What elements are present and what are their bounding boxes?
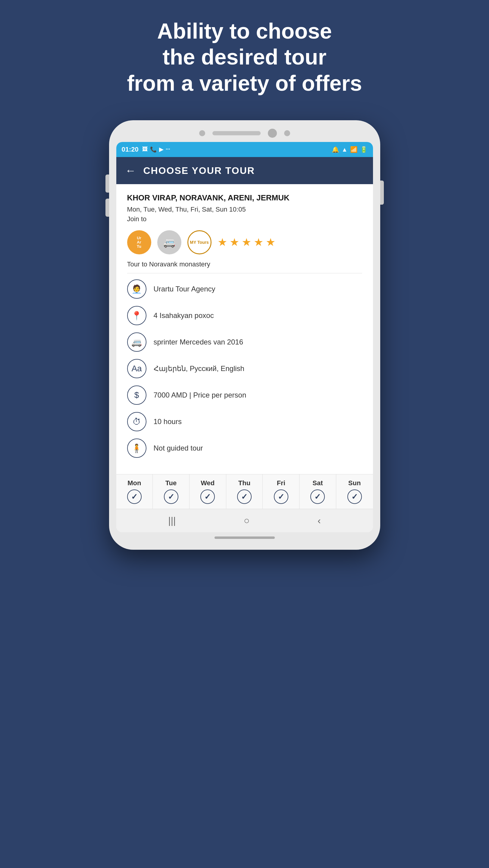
day-check-wed[interactable]: ✓ <box>200 490 215 504</box>
day-label-sun: Sun <box>348 479 361 487</box>
info-text-0: Urartu Tour Agency <box>154 285 216 293</box>
headline-line2: the desired tour <box>162 45 326 69</box>
app-content: KHOR VIRAP, NORAVANK, ARENI, JERMUK Mon,… <box>116 184 373 474</box>
nav-menu-icon[interactable]: ||| <box>168 515 176 526</box>
nav-back-icon[interactable]: ‹ <box>318 515 321 526</box>
status-time: 01:20 <box>122 146 139 153</box>
info-row: AaՀայերեն, Русский, English <box>127 359 362 378</box>
info-text-1: 4 Isahakyan poxoc <box>154 311 214 320</box>
day-cell-tue[interactable]: Tue✓ <box>153 474 190 509</box>
phone-speaker <box>213 131 261 135</box>
vehicle-thumbnail: 🚐 <box>157 230 182 254</box>
app-header: ← CHOOSE YOUR TOUR <box>116 157 373 184</box>
day-check-thu[interactable]: ✓ <box>237 490 252 504</box>
play-icon: ▶ <box>159 146 163 153</box>
info-row: $7000 AMD | Price per person <box>127 385 362 405</box>
info-row: 🧍Not guided tour <box>127 438 362 458</box>
star-4: ★ <box>254 236 263 249</box>
page-headline: Ability to choose the desired tour from … <box>127 18 362 96</box>
volume-up-button <box>105 175 109 193</box>
back-button[interactable]: ← <box>125 164 136 177</box>
star-rating: ★ ★ ★ ★ ★ <box>218 236 275 249</box>
day-cell-sat[interactable]: Sat✓ <box>299 474 336 509</box>
headline-line1: Ability to choose <box>157 19 332 43</box>
day-check-mon[interactable]: ✓ <box>127 490 141 504</box>
provider-avatar[interactable]: UrArTu <box>127 230 151 254</box>
battery-icon: 🔋 <box>360 146 367 153</box>
day-label-wed: Wed <box>201 479 215 487</box>
info-row: 📍4 Isahakyan poxoc <box>127 306 362 325</box>
day-cell-thu[interactable]: Thu✓ <box>226 474 263 509</box>
day-cell-fri[interactable]: Fri✓ <box>263 474 299 509</box>
tour-join: Join to <box>127 215 362 223</box>
phone-sensor <box>199 130 205 136</box>
badge-text: MY Tours <box>190 240 209 245</box>
day-cell-wed[interactable]: Wed✓ <box>190 474 226 509</box>
signal-icon: 📶 <box>350 146 358 153</box>
phone-top-bezel <box>116 129 373 138</box>
wifi-icon: ▲ <box>342 146 348 153</box>
info-text-3: Հայերեն, Русский, English <box>154 364 244 373</box>
info-text-5: 10 hours <box>154 417 182 426</box>
app-title: CHOOSE YOUR TOUR <box>143 165 255 176</box>
phone-front-camera <box>268 129 277 138</box>
info-icon-6: 🧍 <box>127 438 146 458</box>
info-icon-5: ⏱ <box>127 412 146 431</box>
star-2: ★ <box>230 236 239 249</box>
info-icon-2: 🚐 <box>127 333 146 352</box>
phone-sensor2 <box>284 130 290 136</box>
star-5: ★ <box>266 236 275 249</box>
provider-row: UrArTu 🚐 MY Tours ★ ★ ★ ★ ★ <box>127 230 362 254</box>
info-row: 🚐sprinter Mercedes van 2016 <box>127 333 362 352</box>
info-text-4: 7000 AMD | Price per person <box>154 391 247 399</box>
power-button <box>380 181 384 205</box>
info-icon-4: $ <box>127 385 146 405</box>
info-icon-3: Aa <box>127 359 146 378</box>
info-text-2: sprinter Mercedes van 2016 <box>154 338 243 346</box>
provider-name-text: UrArTu <box>137 236 141 249</box>
day-label-sat: Sat <box>313 479 323 487</box>
day-check-fri[interactable]: ✓ <box>274 490 288 504</box>
day-label-mon: Mon <box>127 479 141 487</box>
tour-name: KHOR VIRAP, NORAVANK, ARENI, JERMUK <box>127 193 362 203</box>
tour-description: Tour to Noravank monastery <box>127 260 362 273</box>
my-tours-badge: MY Tours <box>187 230 211 254</box>
phone-mockup: 01:20 🖼 📞 ▶ ··· 🔔 ▲ 📶 🔋 ← CHOOSE YOUR TO… <box>109 120 380 550</box>
nav-bar: ||| ○ ‹ <box>116 509 373 532</box>
info-row: ⏱10 hours <box>127 412 362 431</box>
day-check-sun[interactable]: ✓ <box>348 490 362 504</box>
day-check-tue[interactable]: ✓ <box>164 490 178 504</box>
alarm-icon: 🔔 <box>332 146 339 153</box>
day-label-fri: Fri <box>277 479 285 487</box>
info-icon-0: 🧑‍💼 <box>127 279 146 299</box>
volume-down-button <box>105 198 109 217</box>
day-cell-mon[interactable]: Mon✓ <box>116 474 153 509</box>
info-list: 🧑‍💼Urartu Tour Agency📍4 Isahakyan poxoc🚐… <box>127 279 362 458</box>
status-right: 🔔 ▲ 📶 🔋 <box>332 146 367 153</box>
status-bar: 01:20 🖼 📞 ▶ ··· 🔔 ▲ 📶 🔋 <box>116 142 373 157</box>
star-1: ★ <box>218 236 227 249</box>
home-indicator-bar <box>116 536 373 539</box>
image-icon: 🖼 <box>142 146 148 153</box>
day-label-thu: Thu <box>238 479 250 487</box>
status-left: 01:20 🖼 📞 ▶ ··· <box>122 146 170 153</box>
star-3: ★ <box>242 236 251 249</box>
tour-days: Mon, Tue, Wed, Thu, Fri, Sat, Sun 10:05 <box>127 206 362 213</box>
day-selector: Mon✓Tue✓Wed✓Thu✓Fri✓Sat✓Sun✓ <box>116 474 373 509</box>
info-row: 🧑‍💼Urartu Tour Agency <box>127 279 362 299</box>
status-icons-left: 🖼 📞 ▶ ··· <box>142 146 170 153</box>
home-indicator <box>215 536 275 539</box>
phone-icon: 📞 <box>150 146 157 153</box>
info-text-6: Not guided tour <box>154 444 203 453</box>
info-icon-1: 📍 <box>127 306 146 325</box>
phone-screen: 01:20 🖼 📞 ▶ ··· 🔔 ▲ 📶 🔋 ← CHOOSE YOUR TO… <box>116 142 373 532</box>
day-label-tue: Tue <box>165 479 176 487</box>
headline-line3: from a variety of offers <box>127 71 362 95</box>
day-cell-sun[interactable]: Sun✓ <box>336 474 373 509</box>
nav-home-icon[interactable]: ○ <box>244 515 250 526</box>
more-icon: ··· <box>166 146 170 153</box>
day-check-sat[interactable]: ✓ <box>310 490 325 504</box>
